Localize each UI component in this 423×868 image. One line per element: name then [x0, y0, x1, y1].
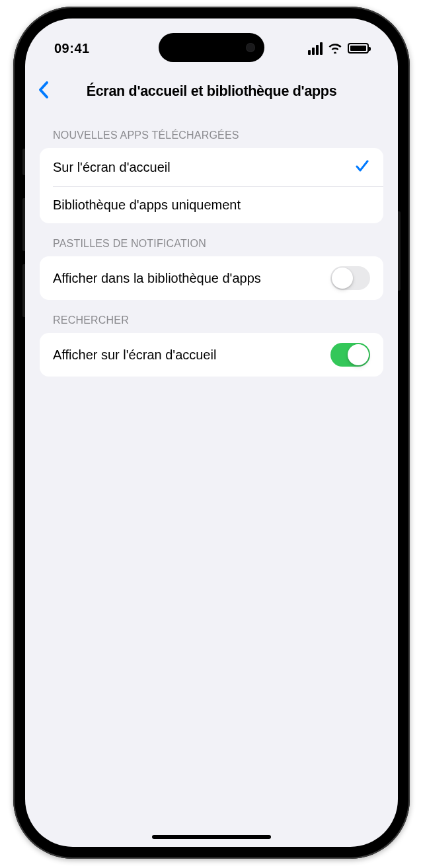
row-show-in-app-library: Afficher dans la bibliothèque d'apps [40, 256, 383, 300]
toggle-show-on-home-screen[interactable] [330, 343, 370, 367]
section-header-new-apps: NOUVELLES APPS TÉLÉCHARGÉES [40, 115, 383, 148]
group-new-apps: Sur l'écran d'accueil Bibliothèque d'app… [40, 148, 383, 223]
option-label: Bibliothèque d'apps uniquement [53, 197, 370, 213]
toggle-show-in-app-library[interactable] [330, 266, 370, 290]
section-header-search: RECHERCHER [40, 300, 383, 333]
group-badges: Afficher dans la bibliothèque d'apps [40, 256, 383, 300]
section-header-badges: PASTILLES DE NOTIFICATION [40, 223, 383, 256]
row-label: Afficher sur l'écran d'accueil [53, 347, 330, 363]
checkmark-icon [354, 158, 370, 176]
home-indicator[interactable] [152, 835, 271, 839]
row-label: Afficher dans la bibliothèque d'apps [53, 270, 330, 287]
option-home-screen[interactable]: Sur l'écran d'accueil [40, 148, 383, 186]
back-button[interactable] [37, 81, 50, 102]
group-search: Afficher sur l'écran d'accueil [40, 333, 383, 377]
status-time: 09:41 [54, 41, 90, 56]
battery-icon [348, 43, 369, 54]
nav-bar: Écran d'accueil et bibliothèque d'apps [25, 73, 398, 110]
option-label: Sur l'écran d'accueil [53, 159, 354, 176]
option-app-library-only[interactable]: Bibliothèque d'apps uniquement [40, 186, 383, 223]
wifi-icon [328, 43, 342, 54]
dynamic-island [159, 33, 264, 62]
phone-frame: 09:41 [13, 7, 410, 859]
page-title: Écran d'accueil et bibliothèque d'apps [50, 83, 373, 100]
screen: 09:41 [25, 18, 398, 847]
row-show-on-home-screen: Afficher sur l'écran d'accueil [40, 333, 383, 377]
cellular-signal-icon [308, 42, 323, 55]
